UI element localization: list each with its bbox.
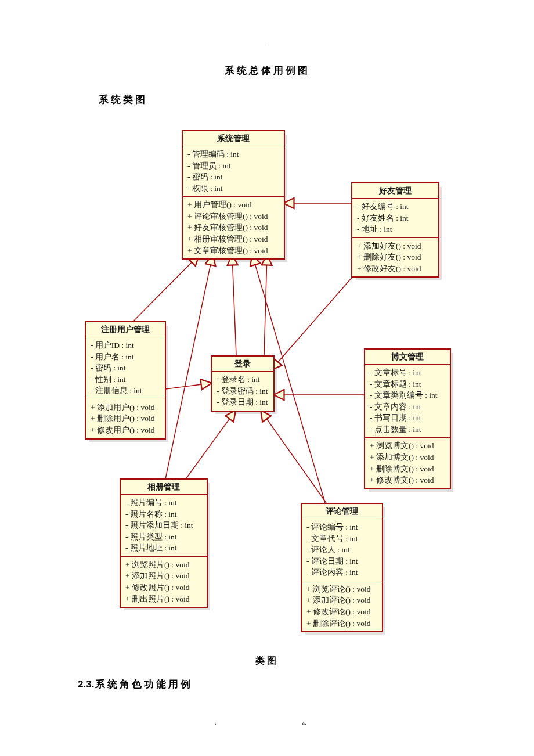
operations: + 浏览博文() : void + 添加博文() : void + 删除博文()… [365, 438, 450, 488]
attr: - 文章标号 : int [370, 367, 445, 379]
op: + 浏览评论() : void [306, 584, 377, 595]
operations: + 浏览评论() : void + 添加评论() : void + 修改评论()… [302, 581, 382, 631]
op: + 修改博文() : void [370, 474, 445, 486]
op: + 添加博文() : void [370, 452, 445, 463]
attributes: - 管理编码 : int - 管理员 : int - 密码 : int - 权限… [183, 146, 284, 197]
attr: - 文章内容 : int [370, 401, 445, 413]
class-registered-user-management: 注册用户管理 - 用户ID : int - 用户名 : int - 密码 : i… [85, 321, 166, 440]
attributes: - 好友编号 : int - 好友姓名 : int - 地址 : int [352, 199, 438, 238]
attr: - 管理员 : int [187, 160, 279, 172]
attr: - 评论日期 : int [306, 556, 377, 567]
op: + 添加好友() : void [357, 240, 434, 252]
attr: - 评论内容 : int [306, 567, 377, 578]
op: + 删出照片() : void [125, 593, 202, 605]
op: + 删除评论() : void [306, 618, 377, 629]
class-name: 登录 [212, 357, 273, 372]
svg-line-7 [186, 411, 235, 479]
attr: - 登录名 : int [217, 374, 269, 386]
attributes: - 照片编号 : int - 照片名称 : int - 照片添加日期 : int… [121, 495, 207, 557]
svg-line-1 [165, 255, 212, 479]
op: + 评论审核管理() : void [187, 211, 279, 222]
op: + 删除用户() : void [91, 413, 160, 424]
attr: - 评论人 : int [306, 544, 377, 556]
page-dash: - [266, 39, 268, 48]
section-number: 2.3. [78, 679, 94, 690]
attributes: - 文章标号 : int - 文章标题 : int - 文章类别编号 : int… [365, 365, 450, 438]
op: + 修改照片() : void [125, 582, 202, 593]
class-name: 系统管理 [183, 131, 284, 146]
op: + 添加照片() : void [125, 570, 202, 582]
class-login: 登录 - 登录名 : int - 登录密码 : int - 登录日期 : int [211, 355, 275, 412]
op: + 文章审核管理() : void [187, 245, 279, 257]
svg-line-3 [264, 255, 267, 355]
attr: - 照片地址 : int [125, 542, 202, 554]
heading-class-diagram: 系统类图 [99, 93, 147, 106]
footer-dot: . [215, 719, 217, 726]
op: + 修改用户() : void [91, 424, 160, 436]
svg-line-10 [272, 272, 357, 369]
attr: - 好友姓名 : int [357, 213, 434, 224]
attr: - 权限 : int [187, 183, 279, 195]
svg-line-0 [134, 255, 199, 321]
class-blog-management: 博文管理 - 文章标号 : int - 文章标题 : int - 文章类别编号 … [364, 348, 451, 489]
attr: - 密码 : int [187, 171, 279, 183]
attr: - 登录密码 : int [217, 386, 269, 397]
operations: + 浏览照片() : void + 添加照片() : void + 修改照片()… [121, 557, 207, 607]
attr: - 书写日期 : int [370, 412, 445, 424]
heading-section-2-3: 2.3.系统角色功能用例 [78, 678, 193, 691]
attr: - 好友编号 : int [357, 201, 434, 213]
class-system-management: 系统管理 - 管理编码 : int - 管理员 : int - 密码 : int… [182, 130, 285, 260]
op: + 修改评论() : void [306, 606, 377, 618]
attr: - 照片名称 : int [125, 509, 202, 520]
op: + 修改好友() : void [357, 263, 434, 275]
attr: - 登录日期 : int [217, 397, 269, 408]
caption-class-diagram: 类图 [0, 655, 534, 667]
attr: - 注册信息 : int [91, 385, 160, 397]
op: + 删除好友() : void [357, 251, 434, 263]
section-title: 系统角色功能用例 [95, 679, 193, 690]
svg-line-2 [232, 255, 236, 355]
class-name: 评论管理 [302, 504, 382, 519]
attr: - 照片添加日期 : int [125, 520, 202, 531]
operations: + 添加用户() : void + 删除用户() : void + 修改用户()… [86, 399, 165, 438]
op: + 相册审核管理() : void [187, 233, 279, 245]
attr: - 文章代号 : int [306, 533, 377, 545]
attr: - 用户名 : int [91, 351, 160, 363]
attr: - 地址 : int [357, 224, 434, 235]
class-name: 好友管理 [352, 183, 438, 199]
operations: + 添加好友() : void + 删除好友() : void + 修改好友()… [352, 238, 438, 277]
class-comment-management: 评论管理 - 评论编号 : int - 文章代号 : int - 评论人 : i… [301, 503, 383, 632]
svg-line-6 [165, 383, 211, 389]
attr: - 点击数量 : int [370, 424, 445, 435]
title-use-case: 系统总体用例图 [0, 64, 534, 77]
op: + 添加评论() : void [306, 595, 377, 606]
attr: - 密码 : int [91, 362, 160, 374]
op: + 好友审核管理() : void [187, 222, 279, 233]
attr: - 管理编码 : int [187, 149, 279, 160]
attr: - 照片编号 : int [125, 497, 202, 509]
op: + 删除博文() : void [370, 463, 445, 475]
op: + 浏览博文() : void [370, 440, 445, 452]
attributes: - 评论编号 : int - 文章代号 : int - 评论人 : int - … [302, 519, 382, 581]
class-name: 相册管理 [121, 480, 207, 495]
footer-z: z. [302, 719, 306, 726]
op: + 用户管理() : void [187, 199, 279, 211]
svg-line-8 [261, 411, 326, 503]
attr: - 性别 : int [91, 374, 160, 386]
op: + 浏览照片() : void [125, 559, 202, 571]
class-name: 注册用户管理 [86, 322, 165, 337]
attr: - 评论编号 : int [306, 521, 377, 533]
attr: - 文章标题 : int [370, 379, 445, 390]
attr: - 照片类型 : int [125, 531, 202, 543]
operations: + 用户管理() : void + 评论审核管理() : void + 好友审核… [183, 197, 284, 258]
op: + 添加用户() : void [91, 402, 160, 413]
attributes: - 用户ID : int - 用户名 : int - 密码 : int - 性别… [86, 337, 165, 399]
attr: - 用户ID : int [91, 340, 160, 351]
class-friend-management: 好友管理 - 好友编号 : int - 好友姓名 : int - 地址 : in… [351, 182, 439, 278]
class-name: 博文管理 [365, 350, 450, 365]
class-album-management: 相册管理 - 照片编号 : int - 照片名称 : int - 照片添加日期 … [120, 478, 208, 608]
attributes: - 登录名 : int - 登录密码 : int - 登录日期 : int [212, 372, 273, 411]
attr: - 文章类别编号 : int [370, 390, 445, 401]
